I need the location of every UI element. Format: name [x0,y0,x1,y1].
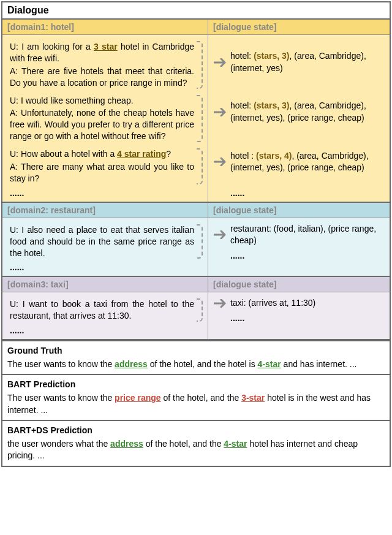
text: of the hotel, and the [143,439,224,449]
correct-keyword: address [110,439,143,449]
text: U: I am looking for a [10,42,94,51]
key-phrase: 3 star [94,42,118,51]
correct-keyword: address [115,359,148,369]
ground-truth-title: Ground Truth [7,345,385,357]
state-text: hotel : (stars, 4), (area, Cambridge), (… [230,149,385,175]
state-text: hotel: (stars, 3), (area, Cambridge), (i… [230,99,385,125]
taxi-state-label: [dialogue state] [208,277,390,292]
arrow-icon [213,230,230,239]
taxi-domain-label: [domain3: taxi] [2,277,208,292]
text: hotel: [230,51,254,61]
taxi-state-1: taxi: (arrives at, 11:30) [213,296,385,311]
bart-block: BART Prediction The user wants to know t… [2,374,390,420]
restaurant-body: U: I also need a place to eat that serve… [2,218,390,278]
bracket-icon [197,41,203,89]
text: The user wants to know the [7,393,115,403]
state-text: hotel: (stars, 3), (area, Cambridge), (i… [230,49,385,75]
hotel-turn-1-user: U: I am looking for a 3 star hotel in Ca… [10,41,194,64]
hotel-state-1: hotel: (stars, 3), (area, Cambridge), (i… [213,39,385,86]
text: The user wants to know the [7,359,115,369]
taxi-header: [domain3: taxi] [dialogue state] [2,277,390,292]
state-text: restaurant: (food, italian), (price rang… [230,222,385,248]
ground-truth-block: Ground Truth The user wants to know the … [2,340,390,374]
restaurant-state-label: [dialogue state] [208,203,390,218]
hotel-header: [domain1: hotel] [dialogue state] [2,20,390,35]
text: ? [166,149,171,159]
hotel-turns: U: I am looking for a 3 star hotel in Ca… [2,35,208,202]
figure-title: Dialogue [2,2,390,20]
hotel-body: U: I am looking for a 3 star hotel in Ca… [2,35,390,203]
restaurant-turn-1-user: U: I also need a place to eat that serve… [10,224,194,259]
bracket-icon [197,148,203,184]
slot-value: (stars, 4) [256,151,292,161]
bart-title: BART Prediction [7,379,385,391]
text: of the hotel, and the [161,393,242,403]
restaurant-header: [domain2: restaurant] [dialogue state] [2,203,390,218]
restaurant-state-1: restaurant: (food, italian), (price rang… [213,222,385,248]
correct-keyword: 4-star [224,439,247,449]
taxi-turns: U: I want to book a taxi from the hotel … [2,292,208,339]
bart-text: The user wants to know the price range o… [7,392,385,416]
bracket-icon [197,95,203,143]
hotel-state-3: hotel : (stars, 4), (area, Cambridge), (… [213,138,385,186]
restaurant-states: restaurant: (food, italian), (price rang… [208,218,390,276]
text: hotel : [230,151,256,161]
arrow-icon [213,299,230,308]
text: the user wonders what the [7,439,110,449]
hotel-turn-1-agent: A: There are five hotels that meet that … [10,66,194,89]
bartds-block: BART+DS Prediction the user wonders what… [2,420,390,466]
hotel-turn-3-user: U: How about a hotel with a 4 star ratin… [10,148,194,160]
restaurant-turns: U: I also need a place to eat that serve… [2,218,208,276]
text: U: How about a hotel with a [10,149,117,159]
hotel-state-2: hotel: (stars, 3), (area, Cambridge), (i… [213,88,385,135]
text: of the hotel, and the hotel is [148,359,258,369]
hotel-turn-2-agent: A: Unfortunately, none of the cheap hote… [10,107,194,142]
arrow-icon [213,157,230,166]
taxi-turn-1-user: U: I want to book a taxi from the hotel … [10,298,194,322]
hotel-domain-label: [domain1: hotel] [2,20,208,34]
ground-truth-text: The user wants to know the address of th… [7,359,385,371]
bracket-icon [197,224,203,259]
taxi-states: taxi: (arrives at, 11:30) ...... [208,292,390,339]
taxi-state-ellipsis: ...... [213,313,385,323]
hotel-states: hotel: (stars, 3), (area, Cambridge), (i… [208,35,390,202]
taxi-body: U: I want to book a taxi from the hotel … [2,292,390,340]
hotel-turn-2-user: U: I would like something cheap. [10,95,194,107]
hotel-state-ellipsis: ...... [213,188,385,198]
arrow-icon [213,108,230,116]
bartds-title: BART+DS Prediction [7,425,385,437]
restaurant-state-ellipsis: ...... [213,251,385,260]
correct-keyword: 4-star [258,359,281,369]
bartds-text: the user wonders what the address of the… [7,438,385,462]
slot-value: (stars, 3) [254,51,289,61]
arrow-icon [213,58,230,67]
taxi-turn-1: U: I want to book a taxi from the hotel … [7,296,204,324]
hotel-ellipsis: ...... [7,188,204,198]
incorrect-keyword: 3-star [241,393,265,403]
key-phrase: 4 star rating [117,149,166,159]
dialogue-figure: Dialogue [domain1: hotel] [dialogue stat… [1,1,391,467]
restaurant-ellipsis: ...... [7,262,204,272]
hotel-turn-3: U: How about a hotel with a 4 star ratin… [7,146,204,187]
slot-value: (stars, 3) [254,101,289,110]
text: and has internet. ... [281,359,357,369]
hotel-turn-3-agent: A: There are many what area would you li… [10,161,194,184]
hotel-turn-2: U: I would like something cheap. A: Unfo… [7,93,204,145]
incorrect-keyword: price range [115,393,160,403]
restaurant-turn-1: U: I also need a place to eat that serve… [7,222,204,262]
hotel-turn-1: U: I am looking for a 3 star hotel in Ca… [7,39,204,91]
text: hotel: [230,101,254,110]
bracket-icon [197,298,203,322]
state-text: taxi: (arrives at, 11:30) [230,296,385,311]
taxi-ellipsis: ...... [7,325,204,335]
restaurant-domain-label: [domain2: restaurant] [2,203,208,218]
hotel-state-label: [dialogue state] [208,20,390,34]
